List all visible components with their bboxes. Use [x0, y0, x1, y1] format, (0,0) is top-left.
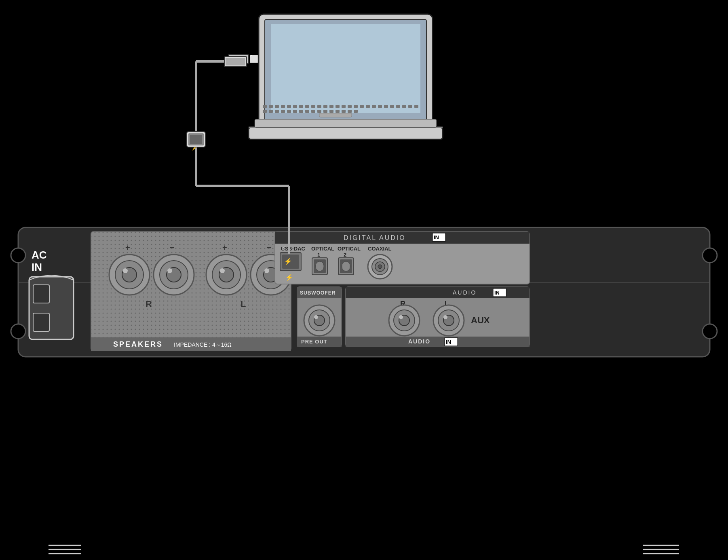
- svg-text:⚡: ⚡: [192, 138, 195, 143]
- svg-rect-35: [281, 110, 285, 113]
- svg-text:R: R: [146, 299, 152, 309]
- svg-rect-78: [33, 285, 49, 303]
- svg-rect-24: [372, 105, 376, 108]
- svg-rect-36: [287, 110, 291, 113]
- svg-rect-126: [340, 259, 352, 273]
- svg-rect-82: [91, 232, 291, 341]
- svg-rect-21: [354, 105, 358, 108]
- svg-rect-3: [249, 127, 443, 139]
- svg-rect-30: [408, 105, 412, 108]
- svg-text:⚡: ⚡: [284, 257, 292, 265]
- svg-point-156: [443, 315, 447, 319]
- svg-rect-65: [226, 58, 245, 65]
- svg-rect-29: [402, 105, 406, 108]
- svg-text:SPEAKERS: SPEAKERS: [113, 340, 163, 348]
- svg-rect-105: [91, 337, 291, 351]
- svg-text:AUDIO: AUDIO: [453, 289, 477, 296]
- svg-point-95: [251, 255, 291, 295]
- svg-rect-77: [29, 277, 74, 339]
- svg-rect-44: [336, 110, 340, 113]
- svg-point-132: [378, 265, 382, 269]
- svg-rect-9: [281, 105, 285, 108]
- svg-rect-114: [280, 253, 301, 271]
- svg-rect-57: [190, 135, 202, 145]
- svg-rect-23: [366, 105, 370, 108]
- svg-point-131: [375, 262, 385, 272]
- svg-rect-20: [348, 105, 352, 108]
- svg-point-74: [703, 324, 717, 339]
- svg-rect-46: [348, 110, 352, 113]
- svg-rect-66: [187, 132, 205, 147]
- svg-point-97: [264, 267, 278, 282]
- svg-point-155: [443, 315, 454, 326]
- svg-rect-56: [188, 133, 204, 146]
- svg-rect-49: [228, 55, 249, 63]
- svg-rect-27: [390, 105, 394, 108]
- svg-text:⚡: ⚡: [282, 244, 287, 252]
- svg-rect-134: [297, 287, 342, 298]
- svg-text:L: L: [241, 299, 246, 309]
- svg-rect-40: [311, 110, 315, 113]
- svg-point-84: [115, 261, 143, 289]
- svg-point-94: [220, 268, 225, 273]
- svg-point-93: [219, 267, 234, 282]
- svg-point-137: [309, 310, 330, 331]
- svg-text:1: 1: [317, 252, 320, 258]
- svg-point-148: [389, 305, 420, 336]
- svg-rect-125: [338, 258, 354, 275]
- svg-rect-11: [293, 105, 297, 108]
- svg-rect-0: [259, 14, 433, 127]
- svg-point-91: [206, 255, 247, 295]
- svg-point-88: [160, 261, 188, 289]
- svg-rect-16: [323, 105, 327, 108]
- svg-rect-142: [346, 287, 530, 347]
- svg-rect-145: [493, 288, 506, 297]
- svg-rect-160: [445, 338, 458, 346]
- svg-rect-12: [299, 105, 303, 108]
- svg-text:PRE OUT: PRE OUT: [301, 339, 327, 345]
- svg-rect-28: [396, 105, 400, 108]
- svg-text:SUBWOOFER: SUBWOOFER: [300, 290, 336, 296]
- svg-rect-109: [275, 232, 530, 244]
- svg-text:OPTICAL: OPTICAL: [338, 246, 361, 252]
- svg-rect-42: [323, 110, 327, 113]
- svg-text:−: −: [267, 243, 272, 252]
- svg-rect-32: [263, 110, 267, 113]
- svg-rect-39: [305, 110, 309, 113]
- svg-rect-10: [287, 105, 291, 108]
- svg-rect-18: [336, 105, 340, 108]
- svg-point-92: [212, 261, 241, 289]
- svg-text:R: R: [400, 300, 405, 308]
- svg-rect-108: [275, 232, 530, 284]
- svg-rect-121: [314, 259, 326, 273]
- svg-rect-143: [346, 287, 530, 298]
- svg-rect-64: [224, 57, 247, 67]
- svg-text:IN: IN: [434, 234, 439, 240]
- svg-text:+: +: [222, 243, 227, 252]
- svg-text:−: −: [170, 243, 175, 252]
- svg-point-153: [433, 305, 464, 336]
- svg-point-89: [167, 267, 181, 282]
- svg-rect-7: [269, 105, 273, 108]
- svg-rect-15: [317, 105, 321, 108]
- svg-text:⚡: ⚡: [190, 141, 200, 151]
- svg-point-73: [703, 248, 717, 263]
- svg-rect-67: [188, 133, 204, 145]
- svg-rect-69: [18, 227, 710, 357]
- svg-rect-122: [316, 261, 324, 271]
- svg-rect-6: [263, 105, 267, 108]
- svg-rect-80: [91, 232, 291, 351]
- svg-rect-37: [293, 110, 297, 113]
- svg-rect-19: [342, 105, 346, 108]
- svg-point-98: [264, 268, 269, 273]
- svg-rect-47: [354, 110, 358, 113]
- svg-point-130: [372, 259, 388, 275]
- svg-text:IN: IN: [446, 339, 451, 345]
- svg-rect-45: [342, 110, 346, 113]
- svg-point-72: [11, 324, 25, 339]
- svg-text:IMPEDANCE : 4～16Ω: IMPEDANCE : 4～16Ω: [174, 341, 232, 348]
- svg-text:✦: ✦: [192, 137, 196, 143]
- svg-rect-22: [360, 105, 364, 108]
- svg-text:DIGITAL  AUDIO: DIGITAL AUDIO: [344, 234, 406, 241]
- svg-rect-5: [255, 119, 437, 127]
